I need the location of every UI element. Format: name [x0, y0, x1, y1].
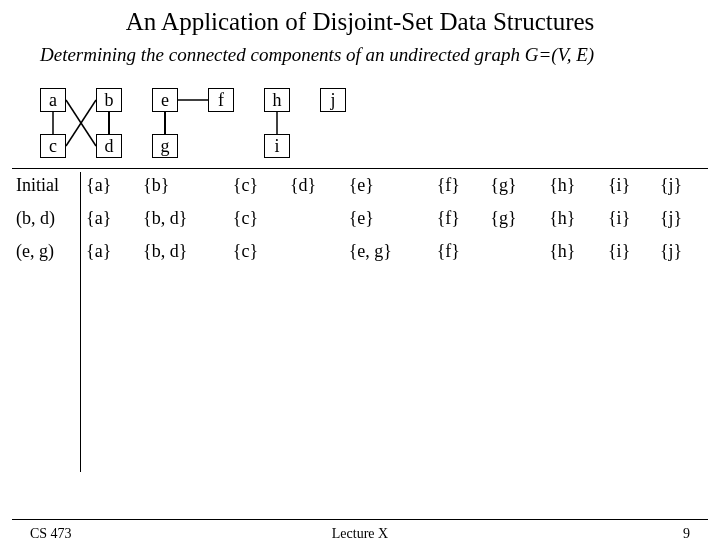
set-cell: [486, 235, 545, 268]
set-cell: {f}: [433, 235, 487, 268]
table-row: Initial {a} {b} {c} {d} {e} {f} {g} {h} …: [12, 169, 708, 202]
set-cell: {i}: [604, 169, 656, 202]
set-cell: {j}: [656, 202, 708, 235]
slide-footer: CS 473 Lecture X 9: [0, 519, 720, 526]
table-vertical-rule: [80, 172, 81, 472]
op-cell: Initial: [12, 169, 82, 202]
set-cell: {a}: [82, 235, 139, 268]
set-cell: {d}: [286, 169, 345, 202]
set-cell: [286, 235, 345, 268]
set-cell: {j}: [656, 235, 708, 268]
trace-table: Initial {a} {b} {c} {d} {e} {f} {g} {h} …: [12, 168, 708, 268]
set-cell: {h}: [545, 202, 604, 235]
node-i: i: [264, 134, 290, 158]
set-cell: {h}: [545, 235, 604, 268]
set-cell: {c}: [229, 169, 286, 202]
set-cell: {a}: [82, 169, 139, 202]
slide-title: An Application of Disjoint-Set Data Stru…: [0, 8, 720, 36]
set-cell: {b, d}: [139, 235, 229, 268]
node-f: f: [208, 88, 234, 112]
set-cell: {c}: [229, 235, 286, 268]
set-cell: {e}: [345, 169, 433, 202]
node-c: c: [40, 134, 66, 158]
set-cell: {i}: [604, 202, 656, 235]
node-h: h: [264, 88, 290, 112]
set-cell: {j}: [656, 169, 708, 202]
node-e: e: [152, 88, 178, 112]
op-cell: (e, g): [12, 235, 82, 268]
node-g: g: [152, 134, 178, 158]
set-cell: {b, d}: [139, 202, 229, 235]
slide-subtitle: Determining the connected components of …: [40, 44, 720, 66]
set-cell: {h}: [545, 169, 604, 202]
node-a: a: [40, 88, 66, 112]
set-cell: {e}: [345, 202, 433, 235]
set-cell: {g}: [486, 202, 545, 235]
table-row: (e, g) {a} {b, d} {c} {e, g} {f} {h} {i}…: [12, 235, 708, 268]
table-row: (b, d) {a} {b, d} {c} {e} {f} {g} {h} {i…: [12, 202, 708, 235]
set-cell: {c}: [229, 202, 286, 235]
set-cell: {i}: [604, 235, 656, 268]
graph-diagram: a b e f h j c d g i: [40, 88, 360, 160]
set-cell: {f}: [433, 202, 487, 235]
node-j: j: [320, 88, 346, 112]
footer-rule: [12, 519, 708, 520]
node-d: d: [96, 134, 122, 158]
set-cell: {b}: [139, 169, 229, 202]
set-cell: {a}: [82, 202, 139, 235]
set-cell: {g}: [486, 169, 545, 202]
set-cell: {e, g}: [345, 235, 433, 268]
set-cell: {f}: [433, 169, 487, 202]
graph-edges: [40, 88, 360, 160]
footer-center: Lecture X: [0, 526, 720, 540]
node-b: b: [96, 88, 122, 112]
op-cell: (b, d): [12, 202, 82, 235]
set-cell: [286, 202, 345, 235]
footer-page-number: 9: [683, 526, 690, 540]
